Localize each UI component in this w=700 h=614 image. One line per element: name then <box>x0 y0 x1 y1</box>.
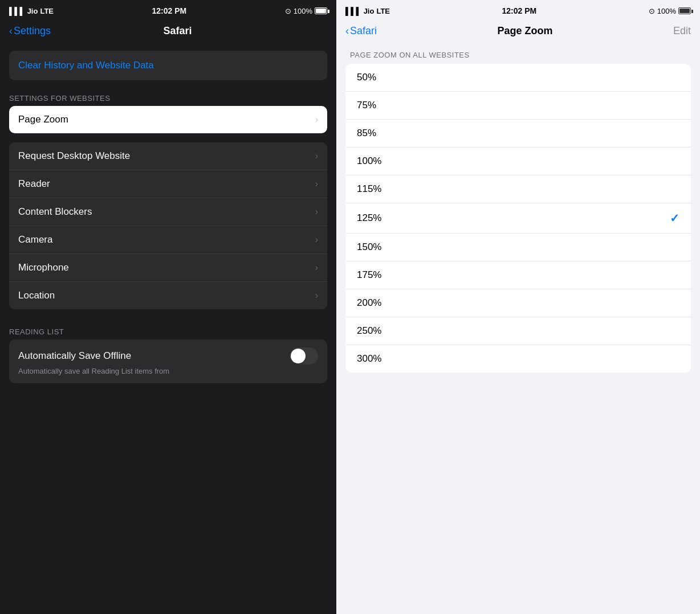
zoom-option-label: 75% <box>357 100 679 111</box>
left-page-title: Safari <box>51 25 304 37</box>
left-panel: ▌▌▌ Jio LTE 12:02 PM ⊙ 100% ‹ Settings S… <box>0 0 336 614</box>
right-content: PAGE ZOOM ON ALL WEBSITES 50%75%85%100%1… <box>336 42 700 614</box>
right-chevron-left-icon: ‹ <box>345 25 349 37</box>
content-blockers-row[interactable]: Content Blockers › <box>9 198 327 226</box>
zoom-option-row[interactable]: 100% <box>345 148 691 175</box>
zoom-option-label: 200% <box>357 297 679 309</box>
right-back-button[interactable]: ‹ Safari <box>345 25 377 37</box>
zoom-option-label: 100% <box>357 155 679 167</box>
camera-row[interactable]: Camera › <box>9 226 327 254</box>
zoom-option-row[interactable]: 200% <box>345 289 691 317</box>
left-content: Clear History and Website Data SETTINGS … <box>0 42 336 614</box>
microphone-chevron: › <box>315 263 318 273</box>
reading-list-header: READING LIST <box>0 318 336 339</box>
left-time: 12:02 PM <box>152 6 187 15</box>
zoom-option-row[interactable]: 85% <box>345 120 691 148</box>
zoom-option-row[interactable]: 150% <box>345 234 691 261</box>
right-nav-bar: ‹ Safari Page Zoom Edit <box>336 21 700 42</box>
right-time: 12:02 PM <box>502 6 537 15</box>
zoom-option-row[interactable]: 115% <box>345 175 691 203</box>
right-status-bar: ▌▌▌ Jio LTE 12:02 PM ⊙ 100% <box>336 0 700 21</box>
zoom-option-label: 150% <box>357 241 679 253</box>
right-screen-time-icon: ⊙ <box>649 7 655 15</box>
content-blockers-chevron: › <box>315 207 318 217</box>
camera-chevron: › <box>315 235 318 245</box>
chevron-left-icon: ‹ <box>9 25 13 37</box>
zoom-option-row[interactable]: 125%✓ <box>345 203 691 234</box>
signal-icon: ▌▌▌ <box>9 7 25 15</box>
zoom-option-label: 250% <box>357 325 679 337</box>
settings-for-websites-header: SETTINGS FOR WEBSITES <box>0 85 336 106</box>
zoom-option-label: 50% <box>357 72 679 83</box>
right-battery-icon <box>678 7 691 14</box>
zoom-option-label: 175% <box>357 269 679 281</box>
auto-save-offline-row[interactable]: Automatically Save Offline Automatically… <box>9 339 327 383</box>
zoom-options-list: 50%75%85%100%115%125%✓150%175%200%250%30… <box>345 64 691 373</box>
zoom-selected-checkmark: ✓ <box>670 211 679 225</box>
edit-button[interactable]: Edit <box>673 25 691 37</box>
left-battery-area: ⊙ 100% <box>285 7 327 15</box>
zoom-option-label: 125% <box>357 212 670 224</box>
zoom-option-row[interactable]: 75% <box>345 92 691 120</box>
website-settings-group: Request Desktop Website › Reader › Conte… <box>9 142 327 309</box>
screen-time-icon: ⊙ <box>285 7 291 15</box>
zoom-option-row[interactable]: 50% <box>345 64 691 92</box>
zoom-option-row[interactable]: 175% <box>345 261 691 289</box>
reader-row[interactable]: Reader › <box>9 170 327 198</box>
zoom-section-header: PAGE ZOOM ON ALL WEBSITES <box>345 51 691 64</box>
page-zoom-row[interactable]: Page Zoom › <box>9 106 327 133</box>
right-signal-icon: ▌▌▌ <box>345 7 361 15</box>
left-back-button[interactable]: ‹ Settings <box>9 25 51 37</box>
request-desktop-chevron: › <box>315 151 318 161</box>
left-nav-bar: ‹ Settings Safari <box>0 21 336 42</box>
left-carrier: ▌▌▌ Jio LTE <box>9 7 54 15</box>
microphone-row[interactable]: Microphone › <box>9 254 327 282</box>
right-battery-area: ⊙ 100% <box>649 7 691 15</box>
page-zoom-chevron: › <box>315 114 318 125</box>
auto-save-toggle[interactable] <box>290 347 318 365</box>
request-desktop-website-row[interactable]: Request Desktop Website › <box>9 142 327 170</box>
left-status-bar: ▌▌▌ Jio LTE 12:02 PM ⊙ 100% <box>0 0 336 21</box>
location-row[interactable]: Location › <box>9 282 327 309</box>
zoom-option-row[interactable]: 250% <box>345 317 691 345</box>
right-carrier: ▌▌▌ Jio LTE <box>345 7 390 15</box>
battery-icon <box>315 7 327 14</box>
clear-history-button[interactable]: Clear History and Website Data <box>9 51 327 80</box>
location-chevron: › <box>315 290 318 301</box>
reader-chevron: › <box>315 179 318 189</box>
zoom-option-row[interactable]: 300% <box>345 345 691 373</box>
right-panel: ▌▌▌ Jio LTE 12:02 PM ⊙ 100% ‹ Safari Pag… <box>336 0 700 614</box>
page-zoom-group: Page Zoom › <box>9 106 327 133</box>
zoom-option-label: 115% <box>357 183 679 195</box>
zoom-option-label: 300% <box>357 353 679 365</box>
zoom-option-label: 85% <box>357 128 679 139</box>
right-page-title: Page Zoom <box>377 25 673 37</box>
